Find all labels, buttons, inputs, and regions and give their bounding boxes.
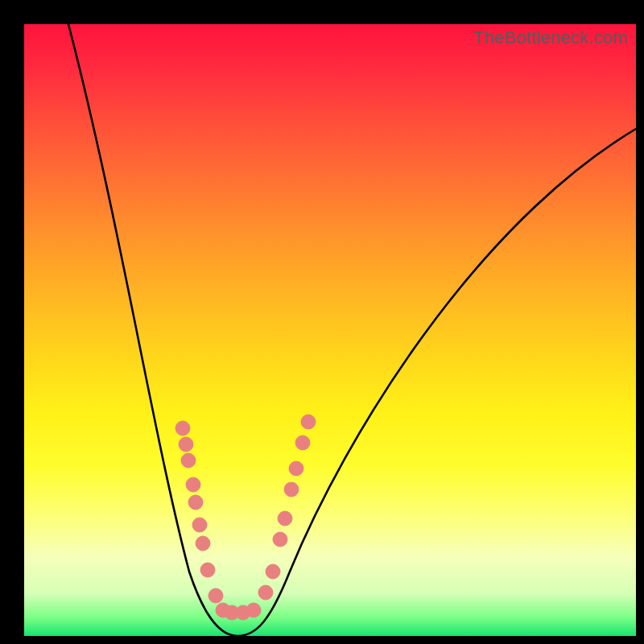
scatter-dot <box>246 603 261 617</box>
curve-layer <box>24 24 636 636</box>
chart-frame: TheBottleneck.com <box>0 0 644 644</box>
scatter-dot <box>179 437 193 452</box>
scatter-dot <box>181 453 196 468</box>
scatter-dot <box>278 511 292 526</box>
plot-area: TheBottleneck.com <box>24 24 636 636</box>
scatter-dot <box>186 477 200 492</box>
scatter-dot <box>200 563 215 577</box>
scatter-dot <box>175 421 190 436</box>
scatter-dot <box>301 415 316 429</box>
scatter-dot <box>273 532 287 547</box>
scatter-dot <box>289 461 303 476</box>
scatter-dot <box>284 482 299 497</box>
scatter-dot <box>266 564 280 579</box>
scatter-dot <box>188 495 203 510</box>
scatter-dot <box>192 518 207 532</box>
scatter-dot <box>258 585 273 600</box>
scatter-dot <box>196 536 210 551</box>
bottleneck-curve <box>68 24 636 636</box>
scatter-dot <box>295 436 310 450</box>
scatter-dot <box>208 588 223 603</box>
